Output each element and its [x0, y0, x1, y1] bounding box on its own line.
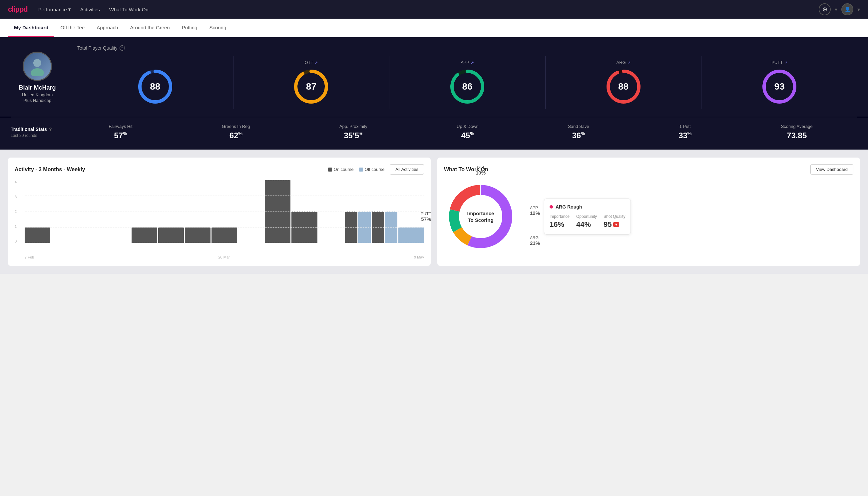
activity-panel-title: Activity - 3 Months - Weekly	[15, 167, 85, 173]
bottom-panels: Activity - 3 Months - Weekly On course O…	[0, 150, 868, 274]
legend-card-title: ARG Rough	[550, 204, 625, 210]
chart-bars	[15, 180, 424, 243]
bar-dark-12	[345, 212, 358, 243]
sub-nav-off-the-tee[interactable]: Off the Tee	[54, 19, 91, 37]
player-country: United Kingdom	[22, 92, 53, 97]
bar-dark-13	[372, 212, 384, 243]
help-icon[interactable]: ?	[120, 45, 125, 51]
legend-card-dot	[550, 205, 553, 208]
ring-total: 88	[137, 68, 174, 105]
bar-group-13	[372, 212, 397, 243]
arg-label: ARG 21%	[530, 235, 540, 246]
quality-section: Total Player Quality ? – 88	[77, 45, 857, 109]
trad-stats-label: Traditional Stats ? Last 20 rounds	[11, 127, 64, 138]
donut-chart: Importance To Scoring	[444, 180, 517, 253]
stat-1-putt-value: 33%	[678, 131, 692, 140]
app-label: APP 12%	[530, 205, 540, 216]
circle-putt: PUTT ↗ 93	[701, 56, 857, 109]
sub-nav-scoring[interactable]: Scoring	[203, 19, 232, 37]
ring-arg: 88	[605, 68, 642, 105]
stat-greens-in-reg-value: 62%	[222, 131, 250, 140]
opportunity-value: 44%	[576, 220, 597, 229]
bar-light-13	[385, 212, 397, 243]
circle-total: – 88	[77, 56, 234, 109]
ott-label: OTT 10%	[476, 165, 486, 175]
ring-ott: 87	[293, 68, 329, 105]
player-handicap: Plus Handicap	[23, 98, 51, 103]
arg-trend-icon: ↗	[627, 60, 631, 65]
stat-scoring-avg-label: Scoring Average	[781, 124, 813, 129]
donut-section: PUTT 57% OTT 10% APP 12% ARG 21%	[444, 180, 853, 253]
activity-panel-header: Activity - 3 Months - Weekly On course O…	[15, 164, 424, 174]
circle-arg: ARG ↗ 88	[546, 56, 702, 109]
wtwo-panel-header: What To Work On View Dashboard	[444, 164, 853, 174]
add-button[interactable]: ⊕	[819, 3, 831, 15]
dropdown-icon: ▾	[68, 6, 71, 12]
circle-ott-label: OTT ↗	[304, 60, 318, 65]
player-name: Blair McHarg	[19, 84, 56, 91]
nav-what-to-work-on[interactable]: What To Work On	[109, 7, 148, 12]
sub-nav-my-dashboard[interactable]: My Dashboard	[8, 19, 54, 37]
trad-help-icon[interactable]: ?	[49, 127, 52, 132]
ring-putt-value: 93	[774, 81, 785, 92]
stat-greens-in-reg-label: Greens In Reg	[222, 124, 250, 129]
app-logo: clippd	[8, 5, 28, 14]
ring-putt: 93	[761, 68, 798, 105]
circle-putt-label: PUTT ↗	[771, 60, 787, 65]
ring-app-value: 86	[462, 81, 472, 92]
hero-inner: Blair McHarg United Kingdom Plus Handica…	[11, 45, 857, 109]
svg-point-0	[33, 59, 41, 67]
stat-items: Fairways Hit 57% Greens In Reg 62% App. …	[64, 124, 857, 140]
avatar-button[interactable]: 👤	[841, 3, 853, 15]
bar-dark-10	[291, 212, 317, 243]
bar-group-10	[291, 212, 317, 243]
chart-area: 0 1 2 3 4	[15, 180, 424, 253]
view-dashboard-button[interactable]: View Dashboard	[810, 164, 853, 174]
x-label-2: 9 May	[414, 255, 424, 259]
bar-dark-7	[211, 228, 237, 244]
sub-nav-putting[interactable]: Putting	[176, 19, 204, 37]
stat-scoring-average: Scoring Average 73.85	[781, 124, 813, 140]
stat-greens-in-reg: Greens In Reg 62%	[222, 124, 250, 140]
activity-panel: Activity - 3 Months - Weekly On course O…	[8, 158, 431, 266]
shot-quality-value: 95 ▼	[603, 220, 625, 229]
what-to-work-on-panel: What To Work On View Dashboard PUTT 57% …	[437, 158, 860, 266]
bar-dark-4	[131, 228, 157, 244]
chart-xaxis: 7 Feb 28 Mar 9 May	[15, 253, 424, 259]
y-label-4: 4	[15, 180, 17, 184]
sub-nav-around-the-green[interactable]: Around the Green	[124, 19, 175, 37]
nav-performance[interactable]: Performance ▾	[38, 6, 71, 12]
bar-group-14	[398, 228, 424, 244]
legend-card-stats: Importance 16% Opportunity 44% Shot Qual…	[550, 214, 625, 229]
stat-app-proximity-label: App. Proximity	[340, 124, 367, 129]
bar-group-7	[211, 228, 237, 244]
sub-nav-approach[interactable]: Approach	[91, 19, 124, 37]
down-badge: ▼	[613, 222, 619, 227]
app-trend-icon: ↗	[471, 60, 474, 65]
chart-legend: On course Off course	[328, 167, 385, 172]
putt-label: PUTT 57%	[421, 212, 431, 222]
trad-stats-period: Last 20 rounds	[11, 133, 64, 138]
stat-scoring-avg-value: 73.85	[781, 131, 813, 140]
putt-trend-icon: ↗	[784, 60, 787, 65]
ott-trend-icon: ↗	[314, 60, 318, 65]
bar-light-12	[358, 212, 371, 243]
bar-dark-5	[158, 228, 184, 244]
y-label-1: 1	[15, 224, 17, 229]
stat-1-putt-label: 1 Putt	[678, 124, 692, 129]
avatar	[23, 52, 52, 81]
circle-app-label: APP ↗	[461, 60, 474, 65]
x-label-1: 28 Mar	[218, 255, 230, 259]
nav-activities[interactable]: Activities	[80, 7, 100, 12]
y-label-3: 3	[15, 195, 17, 199]
stat-sand-save-label: Sand Save	[568, 124, 589, 129]
bar-dark-6	[185, 228, 210, 244]
trad-stats-title: Traditional Stats ?	[11, 127, 64, 132]
legend-card: ARG Rough Importance 16% Opportunity 44%…	[544, 199, 631, 234]
stat-up-and-down: Up & Down 45%	[457, 124, 479, 140]
nav-left: clippd Performance ▾ Activities What To …	[8, 5, 148, 14]
all-activities-button[interactable]: All Activities	[390, 164, 424, 174]
donut-center: Importance To Scoring	[467, 210, 494, 223]
ring-ott-value: 87	[306, 81, 316, 92]
on-course-dot	[328, 168, 332, 172]
